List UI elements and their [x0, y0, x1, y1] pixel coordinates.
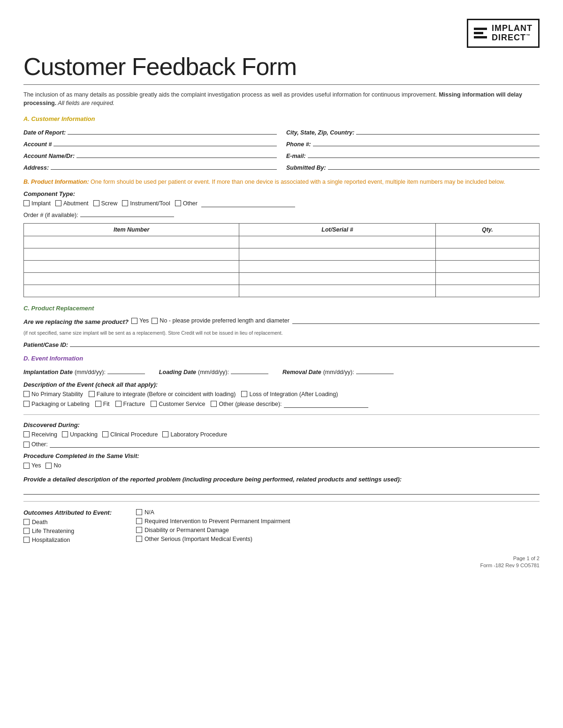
abutment-checkbox[interactable] [55, 200, 61, 206]
hospitalization-checkbox[interactable] [23, 537, 30, 543]
date-of-report-input[interactable] [68, 127, 277, 135]
no-checkbox[interactable] [152, 318, 158, 324]
death-checkbox[interactable] [23, 519, 30, 525]
component-type-label: Component Type: [23, 190, 540, 197]
cell-lot[interactable] [239, 236, 435, 248]
hospitalization-item: Hospitalization [23, 537, 117, 543]
unpacking-checkbox[interactable] [62, 431, 68, 437]
screw-checkbox[interactable] [93, 200, 99, 206]
detailed-description-input[interactable] [23, 487, 540, 495]
clinical-procedure-checkbox[interactable] [102, 431, 108, 437]
order-input[interactable] [80, 210, 174, 217]
order-row: Order # (if available): [23, 210, 540, 218]
customer-info-row3: Account Name/Dr: E-mail: [23, 150, 540, 159]
submitted-by-input[interactable] [328, 162, 540, 170]
other-component-line[interactable] [201, 200, 295, 207]
email-input[interactable] [308, 150, 540, 158]
implantation-date-input[interactable] [107, 367, 145, 374]
account-num-field: Account # [23, 139, 277, 148]
cell-lot[interactable] [239, 272, 435, 285]
account-name-input[interactable] [76, 150, 277, 158]
submitted-by-label: Submitted By: [286, 165, 326, 171]
address-input[interactable] [51, 162, 277, 170]
procedure-no-checkbox[interactable] [46, 463, 52, 469]
failure-to-integrate-checkbox[interactable] [89, 391, 95, 397]
account-name-label: Account Name/Dr: [23, 153, 75, 159]
loading-date-input[interactable] [231, 367, 268, 374]
cell-lot[interactable] [239, 248, 435, 260]
customer-info-row2: Account # Phone #: [23, 139, 540, 148]
section-b-intro: B. Product Information: One form should … [23, 178, 540, 187]
outcomes-right: N/A Required Intervention to Prevent Per… [136, 509, 540, 546]
discovered-label: Discovered During: [23, 421, 540, 428]
cell-qty[interactable] [435, 260, 539, 272]
desc-checkboxes: No Primary Stability Failure to integrat… [23, 391, 540, 398]
phone-input[interactable] [313, 139, 540, 146]
logo: IMPLANT DIRECT™ [467, 19, 540, 48]
disability-checkbox[interactable] [136, 527, 142, 533]
col-lot-serial: Lot/Serial # [239, 223, 435, 236]
required-intervention-checkbox[interactable] [136, 518, 142, 524]
removal-date-input[interactable] [356, 367, 394, 374]
address-field: Address: [23, 162, 277, 171]
cell-qty[interactable] [435, 236, 539, 248]
implantation-date-field: Implantation Date (mm/dd/yy): [23, 367, 145, 375]
customer-service-item: Customer Service [151, 400, 205, 408]
length-diameter-input[interactable] [292, 316, 540, 324]
procedure-yes-checkbox[interactable] [23, 463, 30, 469]
receiving-checkbox[interactable] [23, 431, 30, 437]
other-desc-checkbox[interactable] [211, 401, 217, 407]
implant-checkbox[interactable] [23, 200, 30, 206]
logo-text: IMPLANT DIRECT™ [492, 24, 533, 43]
discovered-other-item: Other: [23, 441, 48, 448]
section-a-title: A. Customer Information [23, 115, 540, 122]
cell-item[interactable] [24, 260, 239, 272]
receiving-item: Receiving [23, 431, 57, 438]
customer-service-checkbox[interactable] [151, 401, 157, 407]
laboratory-procedure-item: Laboratory Procedure [162, 431, 227, 438]
na-checkbox[interactable] [136, 509, 142, 515]
outcomes-title: Outcomes Attributed to Event: [23, 509, 117, 516]
patient-case-label: Patient/Case ID: [23, 342, 68, 348]
col-qty: Qty. [435, 223, 539, 236]
replacement-row: Are we replacing the same product? Yes N… [23, 316, 540, 328]
table-row [24, 236, 540, 248]
discovered-other-checkbox[interactable] [23, 442, 30, 448]
required-intervention-item: Required Intervention to Prevent Permane… [136, 518, 540, 525]
event-dates-row: Implantation Date (mm/dd/yy): Loading Da… [23, 367, 540, 375]
table-row [24, 248, 540, 260]
laboratory-procedure-checkbox[interactable] [162, 431, 168, 437]
email-field: E-mail: [286, 150, 540, 159]
cell-lot[interactable] [239, 260, 435, 272]
loss-of-integration-checkbox[interactable] [241, 391, 247, 397]
other-desc-input[interactable] [284, 400, 368, 408]
account-num-input[interactable] [53, 139, 277, 146]
cell-item[interactable] [24, 285, 239, 297]
cell-item[interactable] [24, 272, 239, 285]
yes-checkbox[interactable] [131, 318, 137, 324]
cell-item[interactable] [24, 236, 239, 248]
item-table: Item Number Lot/Serial # Qty. [23, 223, 540, 297]
abutment-checkbox-item: Abutment [55, 200, 89, 207]
discovered-checkboxes: Receiving Unpacking Clinical Procedure L… [23, 431, 540, 438]
no-primary-stability-checkbox[interactable] [23, 391, 30, 397]
packaging-labeling-checkbox[interactable] [23, 401, 30, 407]
cell-item[interactable] [24, 248, 239, 260]
other-serious-checkbox[interactable] [136, 536, 142, 542]
cell-lot[interactable] [239, 285, 435, 297]
cell-qty[interactable] [435, 272, 539, 285]
other-component-checkbox[interactable] [175, 200, 181, 206]
instrument-checkbox[interactable] [122, 200, 128, 206]
life-threatening-checkbox[interactable] [23, 528, 30, 534]
death-item: Death [23, 519, 117, 525]
desc-divider [23, 414, 540, 415]
city-state-input[interactable] [356, 127, 540, 135]
fit-checkbox[interactable] [95, 401, 101, 407]
cell-qty[interactable] [435, 248, 539, 260]
patient-case-input[interactable] [70, 339, 540, 347]
discovered-other-input[interactable] [50, 440, 540, 448]
fracture-checkbox[interactable] [115, 401, 122, 407]
cell-qty[interactable] [435, 285, 539, 297]
account-num-label: Account # [23, 141, 52, 148]
col-item-number: Item Number [24, 223, 239, 236]
